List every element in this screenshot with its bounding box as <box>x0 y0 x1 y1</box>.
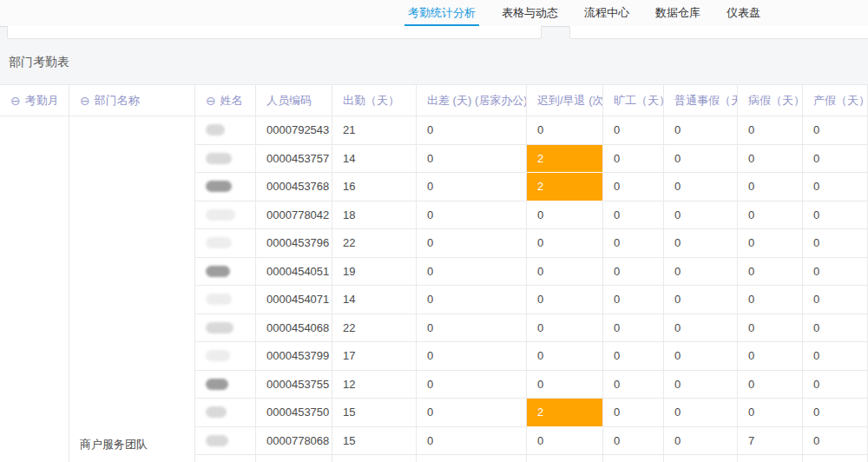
cell-business-trip-days: 0 <box>417 201 527 230</box>
cell-absenteeism-days: 0 <box>603 201 664 230</box>
cell-business-trip-days: 0 <box>417 342 527 371</box>
cell-employee-code: 0000453755 <box>256 371 332 399</box>
cell-late-early-times: 2 <box>527 173 603 201</box>
redacted-name-blob <box>206 237 232 248</box>
tab-tables-and-feeds[interactable]: 表格与动态 <box>502 0 558 26</box>
cell-sick-leave-days: 0 <box>738 173 803 201</box>
column-header-label: 病假（天） <box>748 93 803 109</box>
cell-personal-leave-days: 0 <box>664 201 738 230</box>
department-attendance-table: ⊖考勤月 ⊖部门名称 ⊖姓名 人员编码 出勤（天） 出差 (天) (居家办公) … <box>0 84 868 462</box>
cell-employee-code: 0000778068 <box>256 427 332 456</box>
table-row: 000045379917000000 <box>195 342 868 371</box>
cell-personal-leave-days: 0 <box>664 371 738 399</box>
cell-absenteeism-days: 0 <box>603 145 664 174</box>
department-name-label: 商户服务团队 <box>80 437 148 452</box>
cell-absenteeism-days: 0 <box>603 173 664 201</box>
redacted-name-blob <box>206 322 233 333</box>
cell-maternity-leave-days: 0 <box>803 258 868 287</box>
cell-personal-leave-days: 0 <box>664 427 738 456</box>
cell-absenteeism-days: 0 <box>603 286 664 314</box>
table-body: 商户服务团队 000079254321000000000045375714020… <box>0 116 868 462</box>
merged-cell-attendance-month <box>0 116 69 462</box>
cell-maternity-leave-days: 0 <box>803 399 868 427</box>
cell-late-early-times: 0 <box>527 342 603 371</box>
table-row: 000077806815000070 <box>195 427 868 456</box>
column-header-attendance-days: 出勤（天） <box>332 85 417 116</box>
redacted-name-blob <box>206 124 225 135</box>
cell-maternity-leave-days: 0 <box>803 116 868 145</box>
filter-minus-icon[interactable]: ⊖ <box>80 95 90 107</box>
redacted-name-blob <box>206 435 228 446</box>
table-row: 000045405119000000 <box>195 258 868 287</box>
cell-attendance-days: 16 <box>332 173 417 201</box>
cell-empty <box>417 455 527 462</box>
cell-name <box>195 173 256 201</box>
cell-name <box>195 286 256 314</box>
cell-sick-leave-days: 0 <box>738 314 803 343</box>
cell-attendance-days: 12 <box>332 371 417 399</box>
column-header-label: 出差 (天) (居家办公) <box>427 93 527 109</box>
cell-name <box>195 342 256 371</box>
cell-empty <box>803 455 868 462</box>
cell-business-trip-days: 0 <box>417 314 527 343</box>
cell-name <box>195 116 256 145</box>
cell-business-trip-days: 0 <box>417 399 527 427</box>
table-row: 000077804218000000 <box>195 201 868 230</box>
cell-late-early-times: 0 <box>527 201 603 230</box>
table-header-row: ⊖考勤月 ⊖部门名称 ⊖姓名 人员编码 出勤（天） 出差 (天) (居家办公) … <box>0 85 868 116</box>
column-header-label: 出勤（天） <box>343 93 399 109</box>
table-row: 000045406822000000 <box>195 314 868 343</box>
cell-attendance-days: 14 <box>332 145 417 174</box>
column-header-label: 迟到/早退 (次) <box>537 93 603 109</box>
cell-business-trip-days: 0 <box>417 258 527 287</box>
cell-personal-leave-days: 0 <box>664 286 738 314</box>
cell-attendance-days: 15 <box>332 399 417 427</box>
cell-absenteeism-days: 0 <box>603 258 664 287</box>
table-row-partial <box>195 455 868 462</box>
table-row: 000045407114000000 <box>195 286 868 314</box>
cell-attendance-days: 22 <box>332 314 417 343</box>
column-header-label: 部门名称 <box>95 93 140 109</box>
cell-sick-leave-days: 0 <box>738 229 803 258</box>
cell-business-trip-days: 0 <box>417 145 527 174</box>
cell-maternity-leave-days: 0 <box>803 286 868 314</box>
cell-late-early-times: 0 <box>527 371 603 399</box>
tab-attendance-stats[interactable]: 考勤统计分析 <box>408 0 476 26</box>
tab-process-center[interactable]: 流程中心 <box>584 0 629 26</box>
cell-name <box>195 229 256 258</box>
cell-attendance-days: 19 <box>332 258 417 287</box>
column-header-label: 人员编码 <box>266 93 312 109</box>
filter-minus-icon[interactable]: ⊖ <box>10 95 21 107</box>
cell-sick-leave-days: 0 <box>738 145 803 174</box>
column-header-maternity-leave-days: 产假（天） <box>803 85 868 116</box>
cell-personal-leave-days: 0 <box>664 173 738 201</box>
redacted-name-blob <box>206 266 230 277</box>
cell-late-early-times: 0 <box>527 229 603 258</box>
column-header-label: 旷工（天） <box>614 93 664 109</box>
cell-personal-leave-days: 0 <box>664 116 738 145</box>
redacted-name-blob <box>206 181 232 192</box>
tab-data-warehouse[interactable]: 数据仓库 <box>655 0 700 26</box>
page-title: 部门考勤表 <box>0 40 868 84</box>
cell-attendance-days: 17 <box>332 342 417 371</box>
redacted-name-blob <box>206 350 230 361</box>
table-row: 000045375512000000 <box>195 371 868 399</box>
cell-empty <box>332 455 417 462</box>
cell-personal-leave-days: 0 <box>664 314 738 343</box>
tab-dashboard[interactable]: 仪表盘 <box>727 0 760 26</box>
cell-attendance-days: 14 <box>332 286 417 314</box>
cell-maternity-leave-days: 0 <box>803 145 868 174</box>
cell-employee-code: 0000454071 <box>256 286 332 314</box>
cell-personal-leave-days: 0 <box>664 258 738 287</box>
merged-cell-department-name: 商户服务团队 <box>69 116 195 462</box>
filter-minus-icon[interactable]: ⊖ <box>206 95 216 107</box>
table-row: 000045376816020000 <box>195 173 868 201</box>
cell-absenteeism-days: 0 <box>603 427 664 456</box>
tab-label: 仪表盘 <box>727 5 760 21</box>
column-header-sick-leave-days: 病假（天） <box>738 85 803 116</box>
column-header-name: ⊖姓名 <box>195 85 256 116</box>
cell-empty <box>256 455 332 462</box>
cell-absenteeism-days: 0 <box>603 342 664 371</box>
cell-late-early-times: 0 <box>527 258 603 287</box>
table-row: 000045379622000000 <box>195 229 868 258</box>
